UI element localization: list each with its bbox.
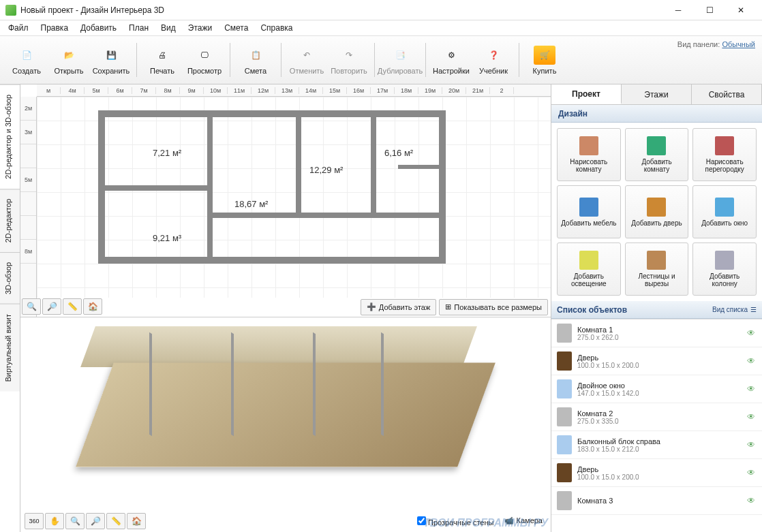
plan-2d-view[interactable]: м4м5м6м7м8м9м10м11м12м13м14м15м16м17м18м… bbox=[20, 84, 551, 317]
maximize-button[interactable]: ☐ bbox=[694, 0, 725, 20]
list-view-icon[interactable]: ☰ bbox=[750, 306, 757, 313]
zoom-out-3d-icon[interactable]: 🔍 bbox=[65, 513, 85, 529]
visibility-icon[interactable]: 👁 bbox=[747, 356, 757, 366]
app-icon bbox=[5, 5, 16, 16]
zoom-in-icon[interactable]: 🔎 bbox=[42, 298, 61, 315]
design-btn-5[interactable]: Добавить окно bbox=[692, 185, 757, 238]
zoom-in-3d-icon[interactable]: 🔎 bbox=[86, 513, 105, 529]
menu-Правка[interactable]: Правка bbox=[35, 22, 74, 34]
close-button[interactable]: ✕ bbox=[725, 0, 757, 20]
object-item[interactable]: Дверь100.0 x 15.0 x 200.0👁 bbox=[551, 459, 762, 487]
design-btn-4[interactable]: Добавить дверь bbox=[625, 185, 689, 238]
design-btn-1[interactable]: Добавить комнату bbox=[625, 128, 689, 181]
ruler-horizontal: м4м5м6м7м8м9м10м11м12м13м14м15м16м17м18м… bbox=[37, 84, 551, 97]
zoom-out-icon[interactable]: 🔍 bbox=[22, 298, 41, 315]
toolbar-cart-button[interactable]: 🛒Купить bbox=[523, 40, 566, 80]
menu-Справка[interactable]: Справка bbox=[255, 22, 298, 34]
menu-Файл[interactable]: Файл bbox=[3, 22, 34, 34]
design-icon-0 bbox=[579, 136, 598, 155]
visibility-icon[interactable]: 👁 bbox=[747, 384, 757, 394]
visibility-icon[interactable]: 👁 bbox=[747, 440, 757, 450]
toolbar-estimate-button[interactable]: 📋Смета bbox=[234, 40, 277, 80]
canvas-area: м4м5м6м7м8м9м10м11м12м13м14м15м16м17м18м… bbox=[20, 84, 551, 532]
main-toolbar: 📄Создать📂Открыть💾Сохранить🖨Печать🖵Просмо… bbox=[0, 35, 762, 84]
object-item[interactable]: Комната 3👁 bbox=[551, 487, 762, 515]
toolbar-help-button[interactable]: ❓Учебник bbox=[472, 40, 515, 80]
visibility-icon[interactable]: 👁 bbox=[747, 412, 757, 422]
design-btn-8[interactable]: Добавить колонну bbox=[692, 242, 757, 296]
screen-icon: 🖵 bbox=[194, 46, 215, 65]
room-area-label: 12,29 м² bbox=[309, 165, 343, 175]
camera-checkbox[interactable]: 📹 Камера bbox=[504, 516, 543, 527]
plan-canvas[interactable]: 7,21 м²18,67 м²12,29 м²6,16 м²9,21 м³ bbox=[37, 97, 551, 298]
side-tab-3[interactable]: Виртуальный визит bbox=[0, 304, 20, 392]
visibility-icon[interactable]: 👁 bbox=[747, 468, 757, 478]
design-btn-3[interactable]: Добавить мебель bbox=[557, 185, 621, 238]
menu-Этажи[interactable]: Этажи bbox=[183, 22, 217, 34]
measure-icon[interactable]: 📏 bbox=[63, 298, 82, 315]
right-panel: ПроектЭтажиСвойства Дизайн Нарисовать ко… bbox=[551, 84, 762, 532]
design-icon-3 bbox=[579, 198, 598, 217]
new-icon: 📄 bbox=[16, 46, 37, 65]
object-item[interactable]: Комната 2275.0 x 335.0👁 bbox=[551, 403, 762, 431]
add-floor-button[interactable]: ➕Добавить этаж bbox=[361, 299, 436, 315]
visibility-icon[interactable]: 👁 bbox=[747, 328, 757, 338]
settings-icon: ⚙ bbox=[440, 46, 462, 65]
help-icon: ❓ bbox=[483, 46, 504, 65]
design-btn-7[interactable]: Лестницы и вырезы bbox=[625, 242, 689, 296]
door-icon bbox=[557, 463, 572, 482]
transparent-walls-checkbox[interactable]: Прозрачные стены bbox=[417, 516, 494, 527]
undo-icon: ↶ bbox=[296, 46, 318, 65]
room-area-label: 6,16 м² bbox=[384, 148, 413, 158]
toolbar-open-button[interactable]: 📂Открыть bbox=[48, 40, 90, 80]
view-3d[interactable]: 360 ✋ 🔍 🔎 📏 🏠 Прозрачные стены 📹 Камера bbox=[20, 317, 551, 532]
side-tab-1[interactable]: 2D-редактор bbox=[0, 189, 20, 252]
design-btn-2[interactable]: Нарисовать перегородку bbox=[692, 128, 757, 181]
object-item[interactable]: Комната 1275.0 x 262.0👁 bbox=[551, 319, 762, 347]
toolbar-save-button[interactable]: 💾Сохранить bbox=[90, 40, 132, 80]
print-icon: 🖨 bbox=[151, 46, 173, 65]
toolbar-settings-button[interactable]: ⚙Настройки bbox=[430, 40, 472, 80]
menu-Вид[interactable]: Вид bbox=[155, 22, 181, 34]
toolbar-print-button[interactable]: 🖨Печать bbox=[141, 40, 183, 80]
pan-icon[interactable]: ✋ bbox=[45, 513, 64, 529]
minimize-button[interactable]: ─ bbox=[662, 0, 694, 20]
room-area-label: 9,21 м³ bbox=[153, 233, 181, 243]
titlebar: Новый проект - Дизайн Интерьера 3D ─ ☐ ✕ bbox=[0, 0, 762, 20]
menu-План[interactable]: План bbox=[123, 22, 154, 34]
side-tab-0[interactable]: 2D-редактор и 3D-обзор bbox=[0, 84, 20, 189]
panel-mode-link[interactable]: Обычный bbox=[722, 40, 755, 48]
ruler-vertical: 2м3м5м8м bbox=[20, 97, 37, 317]
workspace: 2D-редактор и 3D-обзор2D-редактор3D-обзо… bbox=[0, 84, 762, 532]
home-icon[interactable]: 🏠 bbox=[83, 298, 102, 315]
home-3d-icon[interactable]: 🏠 bbox=[127, 513, 146, 529]
design-btn-0[interactable]: Нарисовать комнату bbox=[557, 128, 621, 181]
show-dimensions-button[interactable]: ⊞Показывать все размеры bbox=[439, 299, 548, 315]
object-item[interactable]: Двойное окно147.0 x 15.0 x 142.0👁 bbox=[551, 375, 762, 403]
toolbar-undo-button: ↶Отменить bbox=[286, 40, 328, 80]
measure-3d-icon[interactable]: 📏 bbox=[106, 513, 125, 529]
object-item[interactable]: Дверь100.0 x 15.0 x 200.0👁 bbox=[551, 347, 762, 375]
menu-Смета[interactable]: Смета bbox=[219, 22, 254, 34]
open-icon: 📂 bbox=[58, 46, 80, 65]
design-btn-6[interactable]: Добавить освещение bbox=[557, 242, 621, 296]
room-icon bbox=[557, 491, 572, 510]
toolbar-new-button[interactable]: 📄Создать bbox=[5, 40, 48, 80]
room-icon bbox=[557, 407, 572, 426]
toolbar-screen-button[interactable]: 🖵Просмотр bbox=[183, 40, 226, 80]
menubar: ФайлПравкаДобавитьПланВидЭтажиСметаСправ… bbox=[0, 20, 762, 35]
object-item[interactable]: Балконный блок справа183.0 x 15.0 x 212.… bbox=[551, 431, 762, 459]
design-icon-2 bbox=[715, 136, 734, 155]
toolbar-dup-button: 📑Дублировать bbox=[379, 40, 421, 80]
right-tabs: ПроектЭтажиСвойства bbox=[551, 84, 762, 105]
rotate-360-icon[interactable]: 360 bbox=[25, 513, 44, 529]
visibility-icon[interactable]: 👁 bbox=[747, 496, 757, 505]
room-area-label: 7,21 м² bbox=[153, 148, 181, 158]
design-header: Дизайн bbox=[551, 105, 762, 123]
right-tab-Проект[interactable]: Проект bbox=[551, 84, 622, 104]
right-tab-Этажи[interactable]: Этажи bbox=[622, 84, 692, 104]
right-tab-Свойства[interactable]: Свойства bbox=[692, 84, 762, 104]
menu-Добавить[interactable]: Добавить bbox=[75, 22, 122, 34]
side-tab-2[interactable]: 3D-обзор bbox=[0, 252, 20, 304]
window-title: Новый проект - Дизайн Интерьера 3D bbox=[20, 5, 662, 15]
